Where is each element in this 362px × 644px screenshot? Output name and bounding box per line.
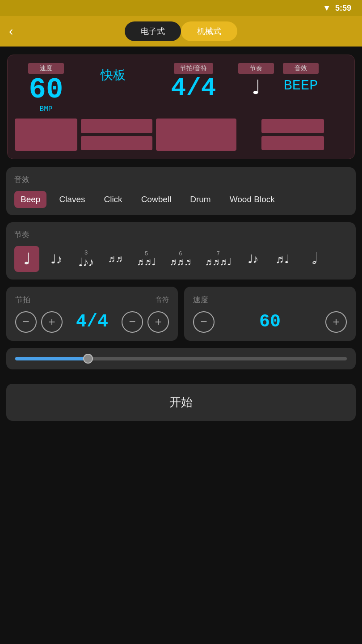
beat-control-box: 节拍 音符 − + 4/4 − +: [6, 287, 178, 341]
display-top-row: 速度 60 BMP 快板 节拍/音符 4/4 节奏 ♩ 音效 BEEP: [15, 63, 347, 113]
display-panel: 速度 60 BMP 快板 节拍/音符 4/4 节奏 ♩ 音效 BEEP: [7, 55, 355, 159]
rhythm-column: 节奏 ♩: [238, 63, 274, 98]
time-display: 5:59: [335, 4, 351, 13]
rhythm-sextuplet[interactable]: 6 ♬♬♬: [165, 247, 196, 271]
sound-options: Beep Claves Click Cowbell Drum Wood Bloc…: [14, 191, 348, 208]
rhythm-section-label: 节奏: [14, 229, 348, 240]
sound-label: 音效: [283, 63, 319, 74]
rhythm-label: 节奏: [238, 63, 274, 74]
rhythm-eighth[interactable]: ♩♪: [44, 248, 69, 270]
sound-section: 音效 Beep Claves Click Cowbell Drum Wood B…: [6, 167, 356, 215]
slider-track[interactable]: [15, 357, 347, 360]
beat-block-3: [156, 119, 236, 151]
sound-option-claves[interactable]: Claves: [53, 191, 91, 208]
speed-control-box: 速度 − 60 +: [184, 287, 356, 341]
rhythm-quarter[interactable]: ♩: [14, 246, 39, 272]
note-symbol: ♩: [252, 76, 261, 98]
mechanical-mode-button[interactable]: 机械式: [181, 21, 237, 41]
rhythm-dotted8th[interactable]: ♩♪: [240, 249, 265, 270]
beat-control-body: − + 4/4 − +: [15, 311, 169, 333]
rhythm-triplet[interactable]: 3 ♩♪♪: [73, 246, 98, 272]
slider-section: [6, 348, 356, 369]
sound-option-cowbell[interactable]: Cowbell: [135, 191, 178, 208]
timesig-column: 节拍/音符 4/4: [149, 63, 238, 101]
beat-blocks: [15, 119, 347, 151]
rhythm-options: ♩ ♩♪ 3 ♩♪♪ ♬♬ 5 ♬♬♩ 6 ♬♬♬: [14, 246, 348, 272]
mode-toggle: 电子式 机械式: [125, 21, 237, 41]
speed-decrease-button[interactable]: −: [193, 311, 215, 333]
rhythm-septuplet[interactable]: 7 ♬♬♬♩: [201, 247, 236, 271]
rhythm-dotted16th[interactable]: ♬♩: [270, 249, 295, 270]
beat-value: 4/4: [67, 312, 117, 332]
allegro-label: 快板: [101, 67, 126, 84]
beat-increase-button[interactable]: +: [41, 311, 63, 333]
rhythm-section: 节奏 ♩ ♩♪ 3 ♩♪♪ ♬♬ 5 ♬♬♩: [6, 222, 356, 280]
speed-value: 60: [219, 312, 321, 332]
speed-control-title: 速度: [193, 295, 208, 305]
slider-thumb[interactable]: [83, 354, 93, 364]
beat-control-header: 节拍 音符: [15, 295, 169, 305]
wifi-icon: ▼: [323, 4, 331, 13]
time-signature: 4/4: [171, 76, 216, 101]
start-button[interactable]: 开始: [6, 384, 356, 421]
speed-control-header: 速度: [193, 295, 347, 305]
bmp-unit: BMP: [40, 105, 53, 113]
bpm-value: 60: [29, 76, 63, 104]
beat-decrease-button[interactable]: −: [15, 311, 37, 333]
sound-option-click[interactable]: Click: [97, 191, 128, 208]
speed-label: 速度: [28, 63, 64, 74]
sound-section-label: 音效: [14, 174, 348, 185]
speed-column: 速度 60 BMP: [15, 63, 77, 113]
slider-fill: [15, 357, 88, 360]
speed-control-body: − 60 +: [193, 311, 347, 333]
beat-block-2: [81, 119, 152, 150]
status-bar: ▼ 5:59: [0, 0, 362, 16]
note-control-subtitle: 音符: [156, 296, 169, 304]
rhythm-sixteenth[interactable]: ♬♬: [103, 250, 128, 268]
rhythm-half[interactable]: 𝅗𝅥: [299, 246, 324, 271]
sound-option-beep[interactable]: Beep: [14, 191, 46, 208]
sound-column: 音效 BEEP: [274, 63, 328, 94]
sound-option-woodblock[interactable]: Wood Block: [223, 191, 281, 208]
speed-increase-button[interactable]: +: [325, 311, 347, 333]
note-decrease-button[interactable]: −: [122, 311, 143, 333]
note-increase-button[interactable]: +: [147, 311, 169, 333]
back-button[interactable]: ‹: [9, 24, 13, 38]
timesig-label: 节拍/音符: [174, 63, 213, 74]
top-bar: ‹ 电子式 机械式: [0, 16, 362, 47]
beat-control-title: 节拍: [15, 295, 30, 305]
rhythm-quintuplet[interactable]: 5 ♬♬♩: [132, 247, 160, 271]
sound-name: BEEP: [284, 77, 318, 94]
controls-row: 节拍 音符 − + 4/4 − + 速度 − 60 +: [6, 287, 356, 341]
electronic-mode-button[interactable]: 电子式: [125, 21, 181, 41]
sound-option-drum[interactable]: Drum: [184, 191, 217, 208]
allegro-column: 快板: [77, 63, 149, 84]
beat-block-5: [261, 119, 324, 150]
beat-block-1: [15, 119, 77, 151]
